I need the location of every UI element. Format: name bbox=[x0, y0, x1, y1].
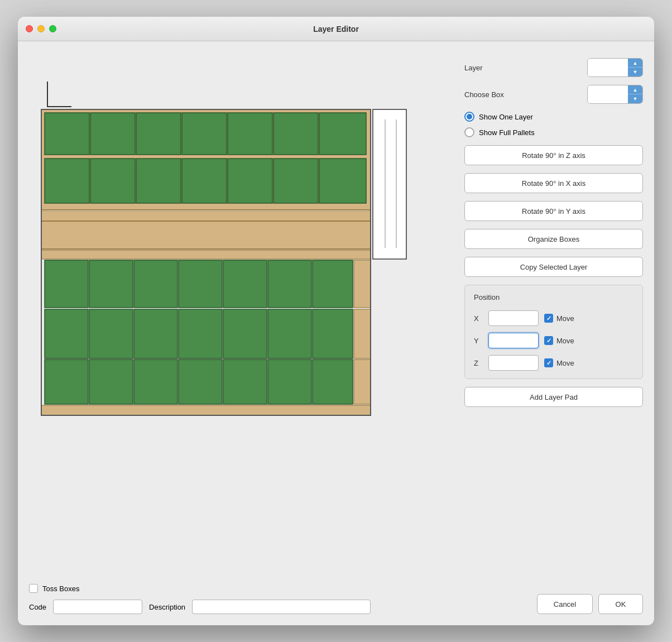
layer-increment-button[interactable]: ▲ bbox=[628, 59, 642, 68]
position-title: Position bbox=[474, 293, 633, 301]
choose-box-spinner-buttons: ▲ ▼ bbox=[628, 85, 642, 103]
choose-box-decrement-button[interactable]: ▼ bbox=[628, 94, 642, 103]
show-one-layer-label: Show One Layer bbox=[479, 113, 533, 121]
y-position-row: Y 24 Move bbox=[474, 333, 633, 348]
svg-rect-29 bbox=[45, 309, 88, 358]
svg-rect-10 bbox=[136, 159, 181, 203]
x-move-checkbox[interactable] bbox=[544, 314, 553, 323]
svg-rect-40 bbox=[179, 360, 222, 404]
show-one-layer-radio[interactable] bbox=[464, 112, 474, 122]
toss-boxes-label[interactable]: Toss Boxes bbox=[42, 584, 79, 593]
code-input[interactable] bbox=[53, 600, 142, 614]
x-move-label: Move bbox=[556, 314, 574, 323]
bottom-controls: Toss Boxes Code Description bbox=[29, 573, 453, 614]
svg-rect-21 bbox=[45, 260, 88, 308]
x-input[interactable]: 1166 bbox=[488, 310, 539, 326]
svg-rect-2 bbox=[90, 113, 135, 155]
show-full-pallets-radio[interactable] bbox=[464, 127, 474, 137]
z-move-label: Move bbox=[556, 359, 574, 367]
position-group: Position X 1166 Move Y 24 Move bbox=[464, 285, 643, 379]
svg-rect-5 bbox=[228, 113, 272, 155]
close-button[interactable] bbox=[26, 25, 33, 32]
pallet-canvas bbox=[40, 108, 409, 427]
minimize-button[interactable] bbox=[37, 25, 45, 32]
svg-rect-25 bbox=[223, 260, 267, 308]
svg-rect-41 bbox=[223, 360, 267, 404]
svg-rect-42 bbox=[268, 360, 311, 404]
show-full-pallets-option[interactable]: Show Full Pallets bbox=[464, 127, 643, 137]
left-panel: x y bbox=[29, 52, 453, 614]
rotate-x-button[interactable]: Rotate 90° in X axis bbox=[464, 173, 643, 193]
svg-rect-22 bbox=[89, 260, 133, 308]
svg-rect-34 bbox=[268, 309, 311, 358]
title-bar: Layer Editor bbox=[18, 17, 654, 41]
show-full-pallets-label: Show Full Pallets bbox=[479, 128, 535, 137]
dialog-buttons: Cancel OK bbox=[464, 594, 643, 614]
choose-box-spinner[interactable]: 61 ▲ ▼ bbox=[587, 85, 643, 104]
svg-rect-14 bbox=[319, 159, 366, 203]
svg-rect-28 bbox=[354, 260, 371, 308]
choose-box-input[interactable]: 61 bbox=[588, 85, 628, 103]
show-one-layer-option[interactable]: Show One Layer bbox=[464, 112, 643, 122]
x-move-wrapper: Move bbox=[544, 314, 574, 323]
choose-box-increment-button[interactable]: ▲ bbox=[628, 85, 642, 94]
choose-box-label: Choose Box bbox=[464, 90, 515, 99]
svg-rect-31 bbox=[134, 309, 177, 358]
svg-rect-3 bbox=[136, 113, 181, 155]
svg-rect-13 bbox=[273, 159, 318, 203]
x-position-row: X 1166 Move bbox=[474, 310, 633, 326]
right-panel: Layer 1 ▲ ▼ Choose Box 61 ▲ ▼ bbox=[464, 52, 643, 614]
svg-rect-39 bbox=[134, 360, 177, 404]
y-input[interactable]: 24 bbox=[488, 333, 539, 348]
x-label: X bbox=[474, 314, 483, 323]
svg-rect-27 bbox=[313, 260, 353, 308]
svg-rect-24 bbox=[179, 260, 222, 308]
y-move-label: Move bbox=[556, 337, 574, 345]
svg-rect-33 bbox=[223, 309, 267, 358]
svg-rect-35 bbox=[313, 309, 353, 358]
display-mode-group: Show One Layer Show Full Pallets bbox=[464, 112, 643, 137]
organize-boxes-button[interactable]: Organize Boxes bbox=[464, 229, 643, 249]
svg-rect-30 bbox=[89, 309, 133, 358]
main-content: x y bbox=[18, 41, 654, 625]
svg-rect-20 bbox=[41, 250, 371, 259]
toss-boxes-checkbox[interactable] bbox=[29, 584, 38, 593]
rotate-z-button[interactable]: Rotate 90° in Z axis bbox=[464, 145, 643, 165]
layer-label: Layer bbox=[464, 64, 515, 72]
layer-input[interactable]: 1 bbox=[588, 59, 628, 76]
svg-rect-8 bbox=[45, 159, 89, 203]
svg-rect-26 bbox=[268, 260, 311, 308]
svg-rect-18 bbox=[41, 211, 371, 221]
copy-selected-layer-button[interactable]: Copy Selected Layer bbox=[464, 257, 643, 277]
layer-spinner-buttons: ▲ ▼ bbox=[628, 59, 642, 76]
svg-rect-23 bbox=[134, 260, 177, 308]
z-move-checkbox[interactable] bbox=[544, 358, 553, 367]
maximize-button[interactable] bbox=[49, 25, 56, 32]
layer-row: Layer 1 ▲ ▼ bbox=[464, 58, 643, 77]
rotate-y-button[interactable]: Rotate 90° in Y axis bbox=[464, 201, 643, 221]
svg-rect-12 bbox=[228, 159, 272, 203]
svg-rect-43 bbox=[313, 360, 353, 404]
description-label: Description bbox=[149, 603, 185, 611]
svg-rect-1 bbox=[45, 113, 89, 155]
svg-rect-7 bbox=[319, 113, 366, 155]
svg-rect-37 bbox=[45, 360, 88, 404]
svg-rect-32 bbox=[179, 309, 222, 358]
add-layer-pad-button[interactable]: Add Layer Pad bbox=[464, 387, 643, 407]
z-input[interactable]: 0 bbox=[488, 355, 539, 371]
toss-boxes-row: Toss Boxes bbox=[29, 584, 453, 593]
z-position-row: Z 0 Move bbox=[474, 355, 633, 371]
z-move-wrapper: Move bbox=[544, 358, 574, 367]
layer-editor-window: Layer Editor x y bbox=[18, 17, 654, 625]
code-row: Code Description bbox=[29, 600, 453, 614]
cancel-button[interactable]: Cancel bbox=[537, 594, 593, 614]
y-move-checkbox[interactable] bbox=[544, 336, 553, 345]
description-input[interactable] bbox=[192, 600, 371, 614]
layer-spinner[interactable]: 1 ▲ ▼ bbox=[587, 58, 643, 77]
svg-rect-19 bbox=[41, 221, 371, 249]
svg-rect-9 bbox=[90, 159, 135, 203]
ok-button[interactable]: OK bbox=[598, 594, 643, 614]
layer-decrement-button[interactable]: ▼ bbox=[628, 68, 642, 76]
svg-rect-45 bbox=[41, 405, 371, 415]
choose-box-row: Choose Box 61 ▲ ▼ bbox=[464, 85, 643, 104]
